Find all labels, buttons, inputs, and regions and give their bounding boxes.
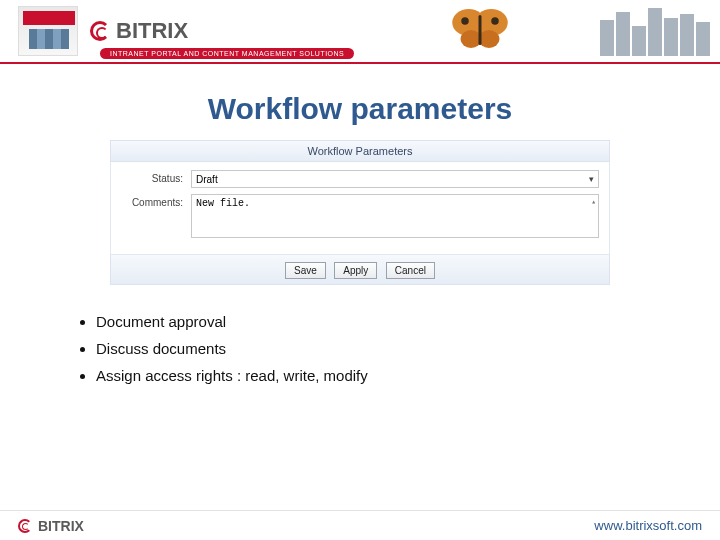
list-item: Discuss documents <box>96 340 720 357</box>
logo-swirl-icon <box>90 21 110 41</box>
product-box-icon <box>18 6 78 56</box>
logo-text: BITRIX <box>116 18 188 44</box>
list-item: Assign access rights : read, write, modi… <box>96 367 720 384</box>
chevron-down-icon: ▾ <box>589 174 594 184</box>
footer-logo-text: BITRIX <box>38 518 84 534</box>
svg-rect-6 <box>479 15 482 45</box>
page-title: Workflow parameters <box>0 92 720 126</box>
comments-value: New file. <box>196 198 250 209</box>
apply-button[interactable]: Apply <box>334 262 377 279</box>
panel-footer: Save Apply Cancel <box>110 255 610 285</box>
footer-url: www.bitrixsoft.com <box>594 518 702 533</box>
status-row: Status: Draft ▾ <box>121 170 599 188</box>
comments-row: Comments: New file. ▴ <box>121 194 599 238</box>
status-select[interactable]: Draft ▾ <box>191 170 599 188</box>
status-label: Status: <box>121 170 191 184</box>
footer: BITRIX www.bitrixsoft.com <box>0 510 720 540</box>
footer-logo: BITRIX <box>18 518 84 534</box>
svg-point-4 <box>461 17 469 25</box>
logo-swirl-icon <box>18 519 32 533</box>
skyline-icon <box>600 8 710 56</box>
svg-point-2 <box>461 30 482 48</box>
comments-label: Comments: <box>121 194 191 208</box>
list-item: Document approval <box>96 313 720 330</box>
bullet-list: Document approval Discuss documents Assi… <box>78 313 720 384</box>
svg-point-3 <box>479 30 500 48</box>
save-button[interactable]: Save <box>285 262 326 279</box>
panel-header: Workflow Parameters <box>110 140 610 162</box>
status-value: Draft <box>196 174 218 185</box>
svg-point-5 <box>491 17 499 25</box>
header: BITRIX INTRANET PORTAL AND CONTENT MANAG… <box>0 0 720 64</box>
panel-body: Status: Draft ▾ Comments: New file. ▴ <box>110 162 610 255</box>
scroll-up-icon: ▴ <box>591 197 596 206</box>
workflow-panel: Workflow Parameters Status: Draft ▾ Comm… <box>110 140 610 285</box>
logo: BITRIX <box>90 18 188 44</box>
butterfly-icon <box>440 0 520 64</box>
tagline: INTRANET PORTAL AND CONTENT MANAGEMENT S… <box>100 48 354 59</box>
comments-textarea[interactable]: New file. ▴ <box>191 194 599 238</box>
cancel-button[interactable]: Cancel <box>386 262 435 279</box>
